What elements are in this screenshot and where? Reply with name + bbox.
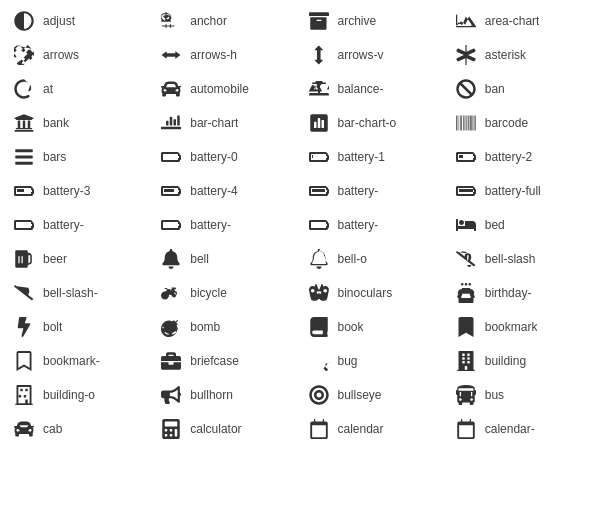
calculator-label: calculator	[190, 422, 241, 436]
icon-item-calendar[interactable]: calendar	[303, 412, 450, 446]
icon-item-birthday[interactable]: birthday-	[450, 276, 597, 310]
icon-item-anchor[interactable]: anchor	[155, 4, 302, 38]
icon-item-bank[interactable]: bank	[8, 106, 155, 140]
bars-icon	[10, 143, 38, 171]
icon-item-battery-1[interactable]: battery-1	[303, 140, 450, 174]
icon-item-battery-6[interactable]: battery-	[8, 208, 155, 242]
icon-item-bookmark-[interactable]: bookmark-	[8, 344, 155, 378]
book-icon	[305, 313, 333, 341]
icon-item-battery-full[interactable]: battery-full	[450, 174, 597, 208]
icon-item-bug[interactable]: bug	[303, 344, 450, 378]
birthday-icon	[452, 279, 480, 307]
icon-item-battery-0[interactable]: battery-0	[155, 140, 302, 174]
calculator-icon	[157, 415, 185, 443]
icon-item-battery-3[interactable]: battery-3	[8, 174, 155, 208]
icon-item-barcode[interactable]: barcode	[450, 106, 597, 140]
book-label: book	[338, 320, 364, 334]
area-chart-label: area-chart	[485, 14, 540, 28]
battery-3-icon	[10, 177, 38, 205]
icon-item-battery-7[interactable]: battery-	[155, 208, 302, 242]
icon-item-book[interactable]: book	[303, 310, 450, 344]
asterisk-label: asterisk	[485, 48, 526, 62]
icon-item-calculator[interactable]: calculator	[155, 412, 302, 446]
icon-item-automobile[interactable]: automobile	[155, 72, 302, 106]
icon-item-adjust[interactable]: adjust	[8, 4, 155, 38]
icon-item-ban[interactable]: ban	[450, 72, 597, 106]
battery-full-icon	[452, 177, 480, 205]
icon-item-bars[interactable]: bars	[8, 140, 155, 174]
icon-item-battery-5[interactable]: battery-	[303, 174, 450, 208]
balance-label: balance-	[338, 82, 384, 96]
icon-item-binoculars[interactable]: binoculars	[303, 276, 450, 310]
icon-item-battery-2[interactable]: battery-2	[450, 140, 597, 174]
battery-8-label: battery-	[338, 218, 379, 232]
icon-item-battery-4[interactable]: battery-4	[155, 174, 302, 208]
building-o-label: building-o	[43, 388, 95, 402]
icon-item-bus[interactable]: bus	[450, 378, 597, 412]
icon-item-bell-o[interactable]: bell-o	[303, 242, 450, 276]
icon-item-bicycle[interactable]: bicycle	[155, 276, 302, 310]
automobile-label: automobile	[190, 82, 249, 96]
bell-o-label: bell-o	[338, 252, 367, 266]
icon-item-asterisk[interactable]: asterisk	[450, 38, 597, 72]
icon-item-arrows[interactable]: arrows	[8, 38, 155, 72]
battery-0-icon	[157, 143, 185, 171]
icon-item-balance[interactable]: balance-	[303, 72, 450, 106]
bank-icon	[10, 109, 38, 137]
building-o-icon	[10, 381, 38, 409]
battery-4-icon	[157, 177, 185, 205]
icon-item-bell-slash-[interactable]: bell-slash-	[8, 276, 155, 310]
arrows-h-icon	[157, 41, 185, 69]
bookmark-label: bookmark	[485, 320, 538, 334]
anchor-label: anchor	[190, 14, 227, 28]
icon-item-beer[interactable]: beer	[8, 242, 155, 276]
bell-slash-label: bell-slash	[485, 252, 536, 266]
icon-item-bell[interactable]: bell	[155, 242, 302, 276]
icon-item-briefcase[interactable]: briefcase	[155, 344, 302, 378]
bed-label: bed	[485, 218, 505, 232]
at-icon	[10, 75, 38, 103]
icon-item-at[interactable]: at	[8, 72, 155, 106]
icon-item-bar-chart[interactable]: bar-chart	[155, 106, 302, 140]
battery-1-icon	[305, 143, 333, 171]
icon-item-bolt[interactable]: bolt	[8, 310, 155, 344]
icon-item-bomb[interactable]: bomb	[155, 310, 302, 344]
battery-7-icon	[157, 211, 185, 239]
icon-item-arrows-h[interactable]: arrows-h	[155, 38, 302, 72]
icon-item-bar-chart-o[interactable]: bar-chart-o	[303, 106, 450, 140]
icon-item-battery-8[interactable]: battery-	[303, 208, 450, 242]
icon-item-bed[interactable]: bed	[450, 208, 597, 242]
icon-item-bullhorn[interactable]: bullhorn	[155, 378, 302, 412]
battery-full-label: battery-full	[485, 184, 541, 198]
battery-0-label: battery-0	[190, 150, 237, 164]
beer-label: beer	[43, 252, 67, 266]
icon-item-area-chart[interactable]: area-chart	[450, 4, 597, 38]
barcode-label: barcode	[485, 116, 528, 130]
at-label: at	[43, 82, 53, 96]
binoculars-label: binoculars	[338, 286, 393, 300]
area-chart-icon	[452, 7, 480, 35]
bell-label: bell	[190, 252, 209, 266]
icon-item-calendar-[interactable]: calendar-	[450, 412, 597, 446]
briefcase-icon	[157, 347, 185, 375]
icon-item-cab[interactable]: cab	[8, 412, 155, 446]
bullhorn-icon	[157, 381, 185, 409]
arrows-h-label: arrows-h	[190, 48, 237, 62]
icon-item-building[interactable]: building	[450, 344, 597, 378]
bug-icon	[305, 347, 333, 375]
icon-item-bell-slash[interactable]: bell-slash	[450, 242, 597, 276]
icon-item-archive[interactable]: archive	[303, 4, 450, 38]
balance-icon	[305, 75, 333, 103]
icon-item-bullseye[interactable]: bullseye	[303, 378, 450, 412]
bar-chart-label: bar-chart	[190, 116, 238, 130]
icon-item-bookmark[interactable]: bookmark	[450, 310, 597, 344]
bookmark-icon	[452, 313, 480, 341]
barcode-icon	[452, 109, 480, 137]
cab-label: cab	[43, 422, 62, 436]
icon-item-building-o[interactable]: building-o	[8, 378, 155, 412]
automobile-icon	[157, 75, 185, 103]
cab-icon	[10, 415, 38, 443]
icon-item-arrows-v[interactable]: arrows-v	[303, 38, 450, 72]
building-label: building	[485, 354, 526, 368]
bell-slash-icon	[452, 245, 480, 273]
